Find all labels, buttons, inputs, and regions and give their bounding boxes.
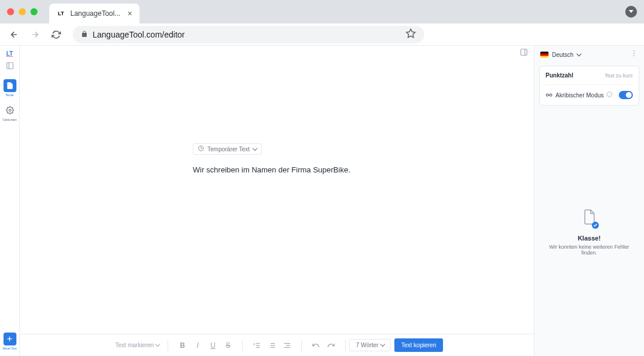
bold-button[interactable]: B xyxy=(175,338,189,352)
language-selector[interactable]: Deutsch xyxy=(540,52,581,58)
separator xyxy=(301,340,302,351)
maximize-window-button[interactable] xyxy=(30,8,38,15)
redo-button[interactable] xyxy=(324,338,338,352)
temporary-text-badge[interactable]: Temporärer Text xyxy=(193,143,262,155)
flag-de-icon xyxy=(540,52,548,57)
empty-state: Klasse! Wir konnten keine weiteren Fehle… xyxy=(534,108,644,356)
clock-icon xyxy=(198,145,204,152)
sidebar-item-options[interactable]: Optionen xyxy=(2,101,18,124)
separator xyxy=(242,340,243,351)
gear-icon xyxy=(4,104,16,117)
svg-point-4 xyxy=(9,109,11,111)
sidebar-item-label: Optionen xyxy=(2,118,16,121)
score-row: Punktzahl Text zu kurz xyxy=(546,72,633,79)
tab-favicon-icon: LT xyxy=(56,9,66,18)
info-icon[interactable] xyxy=(606,91,612,99)
editor-content[interactable]: Temporärer Text Wir schreiben im Namen d… xyxy=(20,61,534,356)
history-group xyxy=(305,338,342,352)
browser-tab[interactable]: LT LanguageTool... × xyxy=(49,4,139,23)
mode-label: Akribischer Modus xyxy=(556,92,604,99)
address-bar[interactable]: LanguageTool.com/editor xyxy=(73,26,424,43)
collapse-sidebar-icon[interactable] xyxy=(6,62,14,72)
chevron-down-icon xyxy=(253,146,257,152)
close-window-button[interactable] xyxy=(7,8,14,15)
panel-header: Deutsch xyxy=(534,46,644,63)
browser-toolbar: LanguageTool.com/editor xyxy=(0,23,644,46)
tab-title: LanguageTool... xyxy=(70,9,120,18)
word-count-label: 7 Wörter xyxy=(356,342,378,348)
separator xyxy=(168,340,168,351)
sidebar-item-label: Texte xyxy=(5,93,13,97)
format-group: B I U S xyxy=(172,338,238,352)
svg-rect-5 xyxy=(521,49,527,56)
language-label: Deutsch xyxy=(552,52,574,58)
chevron-down-icon xyxy=(156,342,159,348)
temp-text-label: Temporärer Text xyxy=(207,146,250,152)
svg-point-23 xyxy=(546,94,548,96)
plus-icon: + xyxy=(4,333,16,345)
empty-state-subtitle: Wir konnten keine weiteren Fehler finden… xyxy=(543,244,636,256)
svg-point-22 xyxy=(633,55,635,56)
forward-button[interactable] xyxy=(27,26,43,43)
picky-mode-toggle[interactable] xyxy=(619,91,633,99)
bookmark-star-icon[interactable] xyxy=(406,28,416,41)
editor-area: Temporärer Text Wir schreiben im Namen d… xyxy=(20,46,534,356)
right-panel: Deutsch Punktzahl Text zu kurz Akribisch… xyxy=(534,46,644,356)
chevron-down-icon xyxy=(381,342,384,348)
svg-marker-1 xyxy=(407,29,415,37)
app-container: LT Texte Optionen + Neuer Text xyxy=(0,46,644,356)
tab-close-icon[interactable]: × xyxy=(127,9,132,18)
editor-top-bar xyxy=(20,46,534,61)
italic-button[interactable]: I xyxy=(190,338,205,352)
picky-mode-row: Akribischer Modus xyxy=(546,84,633,99)
new-text-button[interactable]: + Neuer Text xyxy=(2,333,18,350)
svg-point-21 xyxy=(633,53,635,54)
bottom-toolbar: Text markieren B I U S xyxy=(20,334,534,356)
word-count-dropdown[interactable]: 7 Wörter xyxy=(349,339,390,351)
left-sidebar: LT Texte Optionen + Neuer Text xyxy=(0,46,20,356)
underline-button[interactable]: U xyxy=(206,338,220,352)
url-text: LanguageTool.com/editor xyxy=(93,30,406,39)
minimize-window-button[interactable] xyxy=(19,8,26,15)
svg-rect-2 xyxy=(6,63,13,69)
score-status: Text zu kurz xyxy=(605,73,633,79)
separator xyxy=(345,340,346,351)
document-icon xyxy=(4,79,16,92)
more-menu-icon[interactable] xyxy=(630,49,638,60)
svg-marker-0 xyxy=(629,10,633,13)
app-logo-icon[interactable]: LT xyxy=(6,50,13,57)
document-check-icon xyxy=(582,209,597,228)
lock-icon xyxy=(81,29,88,40)
chevron-down-icon xyxy=(577,52,581,58)
svg-point-20 xyxy=(633,50,635,52)
new-text-label: Neuer Text xyxy=(2,347,16,350)
score-label: Punktzahl xyxy=(546,72,573,79)
window-controls xyxy=(7,8,38,15)
numbered-list-button[interactable] xyxy=(250,338,264,352)
toggle-right-panel-icon[interactable] xyxy=(520,48,528,59)
back-button[interactable] xyxy=(6,26,22,43)
profile-icon[interactable] xyxy=(625,6,637,18)
glasses-icon xyxy=(546,91,553,99)
empty-state-title: Klasse! xyxy=(578,235,601,242)
strikethrough-button[interactable]: S xyxy=(221,338,235,352)
svg-point-24 xyxy=(550,94,552,96)
highlight-dropdown[interactable]: Text markieren xyxy=(111,340,165,351)
undo-button[interactable] xyxy=(309,338,323,352)
reload-button[interactable] xyxy=(48,26,64,43)
list-group xyxy=(246,338,298,352)
editor-text-content[interactable]: Wir schreiben im Namen der Firma SuperBi… xyxy=(193,165,534,174)
browser-chrome: LT LanguageTool... × xyxy=(0,0,644,23)
highlight-label: Text markieren xyxy=(115,342,154,348)
indent-button[interactable] xyxy=(280,338,294,352)
sidebar-item-texts[interactable]: Texte xyxy=(2,77,18,99)
bullet-list-button[interactable] xyxy=(265,338,279,352)
score-card: Punktzahl Text zu kurz Akribischer Modus xyxy=(539,66,639,106)
copy-text-button[interactable]: Text kopieren xyxy=(394,338,443,352)
